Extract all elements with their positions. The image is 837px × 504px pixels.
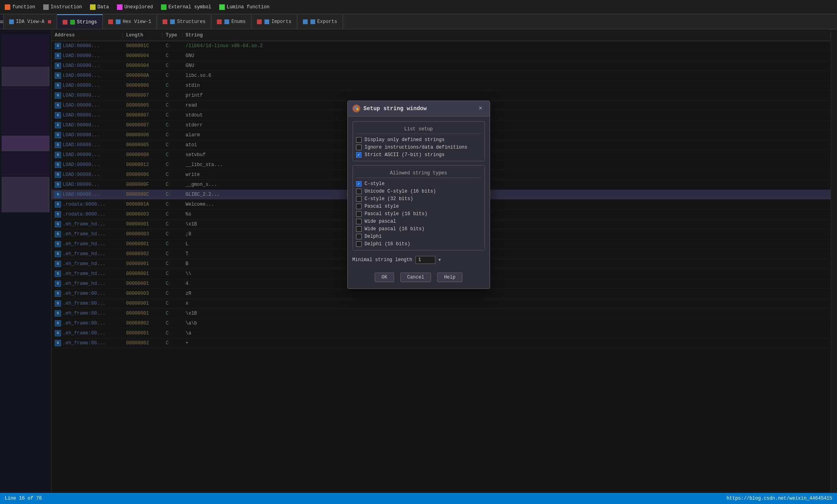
tab-ida-close[interactable] xyxy=(48,20,51,23)
tab-ida-view-a[interactable]: IDA View-A xyxy=(4,14,57,29)
checkbox-ignore-box[interactable] xyxy=(356,145,362,150)
tabs-bar: IDA View-A Strings Hex View-1 Structures… xyxy=(0,14,837,29)
tab-enums-icon2 xyxy=(224,19,229,24)
tab-exports[interactable]: Exports xyxy=(297,14,343,29)
function-color xyxy=(5,4,10,10)
tab-hex-icon xyxy=(108,19,113,24)
tab-exports-label: Exports xyxy=(317,19,337,25)
tab-exports-icon xyxy=(303,19,308,24)
min-length-row: Minimal string length ▼ xyxy=(352,254,485,265)
modal-body: List setup Display only defined strings … xyxy=(348,116,490,288)
tab-ida-label: IDA View-A xyxy=(16,19,44,25)
modal-header: 🎭 Setup string window × xyxy=(348,101,490,116)
tab-hex-icon2 xyxy=(116,19,121,24)
checkbox-unicode-c-label: Unicode C-style (16 bits) xyxy=(365,189,436,194)
line-info: Line 16 of 76 xyxy=(5,496,42,501)
tab-exports-icon2 xyxy=(310,19,315,24)
checkbox-wide-pascal-label: Wide pascal xyxy=(365,219,396,224)
checkbox-delphi-16-box[interactable] xyxy=(356,241,362,247)
tab-strings-label: Strings xyxy=(77,19,97,25)
list-setup-group: List setup Display only defined strings … xyxy=(352,121,485,161)
checkbox-pascal[interactable]: Pascal style xyxy=(356,204,481,209)
checkbox-strict-box[interactable] xyxy=(356,152,362,158)
checkbox-unicode-c[interactable]: Unicode C-style (16 bits) xyxy=(356,189,481,194)
tab-imports-icon2 xyxy=(264,19,269,24)
checkbox-strict-ascii[interactable]: Strict ASCII (7-bit) strings xyxy=(356,152,481,158)
tab-struct-icon xyxy=(163,19,167,24)
tab-enums-icon xyxy=(217,19,222,24)
legend-external-label: External symbol xyxy=(169,4,211,10)
checkbox-delphi-label: Delphi xyxy=(365,234,382,239)
checkbox-wide-pascal-box[interactable] xyxy=(356,219,362,224)
data-color xyxy=(90,4,96,10)
modal-title: Setup string window xyxy=(364,105,427,112)
ok-button[interactable]: OK xyxy=(375,273,394,282)
checkbox-pascal-16[interactable]: Pascal style (16 bits) xyxy=(356,211,481,217)
checkbox-c-style-box[interactable] xyxy=(356,181,362,187)
checkbox-display-only[interactable]: Display only defined strings xyxy=(356,137,481,143)
tab-imports[interactable]: Imports xyxy=(251,14,297,29)
status-bar: Line 16 of 76 https://blog.csdn.net/weix… xyxy=(0,493,837,504)
checkbox-pascal-label: Pascal style xyxy=(365,204,399,209)
checkbox-c-style-32[interactable]: C-style (32 bits) xyxy=(356,196,481,202)
checkbox-pascal-box[interactable] xyxy=(356,204,362,209)
tab-strings[interactable]: Strings xyxy=(57,14,103,29)
checkbox-delphi-box[interactable] xyxy=(356,234,362,239)
legend-external: External symbol xyxy=(161,4,211,10)
tab-structures-label: Structures xyxy=(177,19,205,25)
modal-icon: 🎭 xyxy=(352,105,360,113)
checkbox-delphi-16[interactable]: Delphi (16 bits) xyxy=(356,241,481,247)
legend-unexplored: Unexplored xyxy=(117,4,153,10)
checkbox-delphi[interactable]: Delphi xyxy=(356,234,481,239)
modal-overlay: 🎭 Setup string window × List setup Displ… xyxy=(0,29,837,493)
tab-strings-icon xyxy=(63,20,67,25)
checkbox-wide-pascal-16-box[interactable] xyxy=(356,226,362,232)
legend-lumina: Lumina function xyxy=(219,4,270,10)
legend-unexplored-label: Unexplored xyxy=(124,4,153,10)
legend-data: Data xyxy=(90,4,109,10)
min-length-dropdown[interactable]: ▼ xyxy=(439,258,441,262)
main-area: Address Length Type String S LOAD:00000.… xyxy=(0,29,837,493)
tab-struct-icon2 xyxy=(170,19,175,24)
checkbox-c-style-label: C-style xyxy=(365,181,385,187)
checkbox-pascal-16-label: Pascal style (16 bits) xyxy=(365,211,427,217)
lumina-color xyxy=(219,4,225,10)
legend-function: function xyxy=(5,4,35,10)
setup-string-modal: 🎭 Setup string window × List setup Displ… xyxy=(347,101,490,289)
checkbox-c-style[interactable]: C-style xyxy=(356,181,481,187)
help-button[interactable]: Help xyxy=(437,273,462,282)
checkbox-wide-pascal-16[interactable]: Wide pascal (16 bits) xyxy=(356,226,481,232)
modal-close-button[interactable]: × xyxy=(476,104,485,113)
tab-ida-icon xyxy=(9,19,14,24)
checkbox-display-only-box[interactable] xyxy=(356,137,362,143)
list-setup-header: List setup xyxy=(356,125,481,134)
checkbox-c-style-32-box[interactable] xyxy=(356,196,362,202)
checkbox-c-style-32-label: C-style (32 bits) xyxy=(365,196,413,202)
tab-imports-icon xyxy=(257,19,262,24)
checkbox-unicode-c-box[interactable] xyxy=(356,189,362,194)
cancel-button[interactable]: Cancel xyxy=(400,273,431,282)
legend-instruction-label: Instruction xyxy=(51,4,82,10)
url-info: https://blog.csdn.net/weixin_44645415 xyxy=(727,496,832,501)
tab-structures[interactable]: Structures xyxy=(157,14,211,29)
legend-bar: function Instruction Data Unexplored Ext… xyxy=(0,0,837,14)
legend-instruction: Instruction xyxy=(43,4,82,10)
legend-data-label: Data xyxy=(98,4,109,10)
tab-imports-label: Imports xyxy=(271,19,291,25)
checkbox-pascal-16-box[interactable] xyxy=(356,211,362,217)
checkbox-display-only-label: Display only defined strings xyxy=(365,137,445,143)
tab-hex-view[interactable]: Hex View-1 xyxy=(103,14,157,29)
min-length-input[interactable] xyxy=(416,256,435,264)
tab-enums-label: Enums xyxy=(231,19,245,25)
unexplored-color xyxy=(117,4,123,10)
allowed-types-group: Allowed string types C-style Unicode C-s… xyxy=(352,165,485,250)
modal-title-area: 🎭 Setup string window xyxy=(352,105,427,113)
min-length-label: Minimal string length xyxy=(352,257,412,263)
legend-function-label: function xyxy=(12,4,35,10)
tab-enums[interactable]: Enums xyxy=(211,14,251,29)
checkbox-wide-pascal[interactable]: Wide pascal xyxy=(356,219,481,224)
checkbox-strict-label: Strict ASCII (7-bit) strings xyxy=(365,152,445,158)
checkbox-ignore-instructions[interactable]: Ignore instructions/data definitions xyxy=(356,145,481,150)
external-color xyxy=(161,4,167,10)
tab-strings-icon2 xyxy=(70,20,75,25)
